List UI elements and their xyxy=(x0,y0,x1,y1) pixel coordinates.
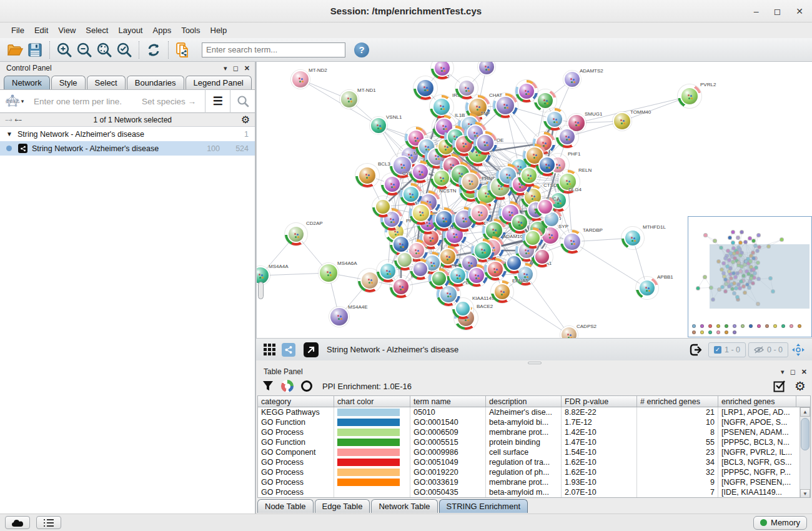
menu-select[interactable]: Select xyxy=(81,24,113,37)
network-node-ms4a4e[interactable]: MS4A4E xyxy=(329,307,349,327)
network-node[interactable] xyxy=(532,246,553,267)
column-header-2[interactable]: term name xyxy=(410,396,486,407)
set-species-hint[interactable]: Set species → xyxy=(142,97,205,106)
menu-edit[interactable]: Edit xyxy=(29,24,53,37)
column-header-6[interactable]: enriched genes xyxy=(718,396,796,407)
menu-layout[interactable]: Layout xyxy=(113,24,147,37)
collapse-all-icon[interactable]: ⤍ xyxy=(5,116,12,124)
birdseye-toggle-button[interactable] xyxy=(790,342,806,358)
column-header-1[interactable]: chart color xyxy=(334,396,410,407)
table-row[interactable]: GO ProcessGO:0006509membrane prot...1.42… xyxy=(258,427,810,437)
panel-menu-icon[interactable]: ▾ xyxy=(781,369,785,375)
birdseye-viewport-rect[interactable] xyxy=(710,244,810,309)
network-node-ms4a6a[interactable]: MS4A6A xyxy=(319,263,339,283)
panel-float-icon[interactable]: ◻ xyxy=(233,65,239,72)
table-row[interactable]: GO ProcessGO:0050435beta-amyloid m...2.0… xyxy=(258,487,810,497)
network-node-mt-nd1[interactable]: MT-ND1 xyxy=(340,90,359,109)
string-options-button[interactable]: ☰ xyxy=(205,89,230,113)
column-header-0[interactable]: category xyxy=(258,396,334,407)
network-node-bin1[interactable]: BIN1 xyxy=(390,275,412,298)
network-node[interactable] xyxy=(372,196,394,217)
tree-expand-icon[interactable]: ▼ xyxy=(6,131,12,137)
scroll-down-arrow[interactable]: ▼ xyxy=(800,489,810,498)
network-node[interactable] xyxy=(430,167,453,189)
string-search-button[interactable] xyxy=(230,89,255,113)
tab-select[interactable]: Select xyxy=(87,76,126,89)
network-node[interactable] xyxy=(535,196,556,217)
tab-style[interactable]: Style xyxy=(51,76,86,89)
table-row[interactable]: GO FunctionGO:0001540beta-amyloid bi...1… xyxy=(258,417,810,427)
panel-close-icon[interactable]: ✕ xyxy=(244,65,250,72)
settings-gear-icon[interactable]: ⚙ xyxy=(795,380,806,392)
network-node-apbb1[interactable]: APBB1 xyxy=(636,277,658,299)
minimize-button[interactable]: – xyxy=(754,7,759,16)
table-row[interactable]: GO ProcessGO:0051049regulation of tra...… xyxy=(258,457,810,467)
panel-divider[interactable] xyxy=(256,360,812,365)
search-input[interactable] xyxy=(202,42,345,57)
network-node-kiaa1149[interactable]: KIAA1149 xyxy=(452,298,473,319)
scrollbar-thumb[interactable] xyxy=(801,418,810,450)
tab-boundaries[interactable]: Boundaries xyxy=(127,76,184,89)
table-tab-edge-table[interactable]: Edge Table xyxy=(315,499,370,513)
network-node[interactable] xyxy=(394,249,415,270)
table-tab-node-table[interactable]: Node Table xyxy=(257,499,314,513)
string-query-input[interactable]: Enter one term per line. Set species → xyxy=(29,97,205,106)
network-node[interactable] xyxy=(428,268,450,289)
network-share-button[interactable] xyxy=(282,343,295,357)
donut-chart-icon[interactable] xyxy=(281,380,294,392)
column-header-4[interactable]: FDR p-value xyxy=(562,396,637,407)
task-list-button[interactable] xyxy=(36,516,61,529)
refresh-button[interactable] xyxy=(144,41,164,59)
table-row[interactable]: GO ProcessGO:0019220regulation of ph...1… xyxy=(258,467,810,477)
table-row[interactable]: GO FunctionGO:0005515protein binding1.47… xyxy=(258,437,810,447)
selected-count-badge[interactable]: ✓ 1 - 0 xyxy=(708,342,746,357)
network-node[interactable] xyxy=(522,227,543,249)
network-node-gab2[interactable]: GAB2 xyxy=(413,76,437,100)
network-node-vsnl1[interactable]: VSNL1 xyxy=(370,117,387,134)
panel-collapse-handle[interactable] xyxy=(258,282,264,299)
maximize-button[interactable]: ◻ xyxy=(774,7,781,16)
network-node-cd2ap[interactable]: CD2AP xyxy=(285,223,307,246)
hidden-count-badge[interactable]: 0 - 0 xyxy=(748,342,788,357)
network-node[interactable] xyxy=(455,77,478,99)
column-header-5[interactable]: # enriched genes xyxy=(637,396,718,407)
network-node-bcl3[interactable]: BCL3 xyxy=(355,164,379,187)
network-row-selected[interactable]: String Network - Alzheimer's disease 100… xyxy=(0,141,255,156)
menu-apps[interactable]: Apps xyxy=(148,24,177,37)
network-node[interactable] xyxy=(468,201,492,225)
network-node[interactable] xyxy=(447,264,469,287)
select-all-checkbox-icon[interactable] xyxy=(773,380,786,392)
network-node[interactable] xyxy=(556,126,578,148)
expand-all-icon[interactable]: ⤌ xyxy=(14,116,21,124)
grid-view-button[interactable] xyxy=(262,342,278,358)
memory-button[interactable]: Memory xyxy=(753,516,807,530)
tab-legend-panel[interactable]: Legend Panel xyxy=(186,76,252,89)
menu-file[interactable]: File xyxy=(6,24,29,37)
panel-menu-icon[interactable]: ▾ xyxy=(224,65,227,72)
table-scrollbar[interactable]: ▲ ▼ xyxy=(800,407,810,498)
network-canvas[interactable]: MT-ND2MT-ND1VSNL1GAB2ADAMTS2PVRL2TOMM40S… xyxy=(256,62,812,338)
table-tab-string-enrichment[interactable]: STRING Enrichment xyxy=(439,499,528,513)
annotation-mode-button[interactable] xyxy=(304,342,319,357)
network-node-mt-nd2[interactable]: MT-ND2 xyxy=(291,70,310,89)
birdseye-view[interactable] xyxy=(688,216,812,337)
menu-view[interactable]: View xyxy=(53,24,81,37)
network-node[interactable] xyxy=(503,252,525,274)
network-node-tomm40[interactable]: TOMM40 xyxy=(613,112,631,131)
menu-help[interactable]: Help xyxy=(205,24,232,37)
menu-tools[interactable]: Tools xyxy=(176,24,205,37)
filter-icon[interactable] xyxy=(262,380,274,392)
zoom-selected-button[interactable] xyxy=(114,41,134,59)
close-button[interactable]: ✕ xyxy=(796,7,803,16)
export-network-button[interactable] xyxy=(688,342,704,358)
network-node[interactable] xyxy=(473,131,497,155)
network-node-pvrl2[interactable]: PVRL2 xyxy=(678,84,701,108)
network-node[interactable] xyxy=(409,201,433,225)
string-logo-dropdown[interactable]: STRING ▾ xyxy=(0,94,29,109)
clone-network-button[interactable] xyxy=(173,41,193,59)
table-tab-network-table[interactable]: Network Table xyxy=(371,499,437,513)
open-session-button[interactable] xyxy=(5,41,25,59)
network-collection-row[interactable]: ▼ String Network - Alzheimer's disease 1 xyxy=(0,127,255,141)
zoom-in-button[interactable] xyxy=(54,41,74,59)
network-gear-icon[interactable]: ⚙ xyxy=(241,114,250,126)
